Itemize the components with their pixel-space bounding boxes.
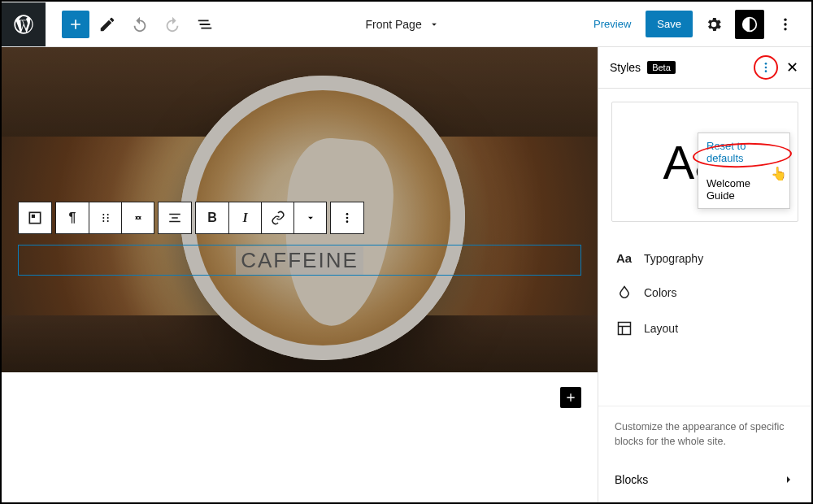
styles-sidebar: Styles Beta ✕ Aa Reset to defaults Welco… (598, 47, 811, 502)
sidebar-footer-text: Customize the appearance of specific blo… (598, 406, 811, 462)
plus-icon (67, 16, 84, 33)
heading-text[interactable]: CAFFEINE (236, 246, 363, 275)
close-sidebar-button[interactable]: ✕ (783, 55, 802, 80)
styles-toggle-button[interactable] (735, 10, 764, 39)
colors-section[interactable]: Colors (598, 275, 811, 311)
pencil-icon (98, 15, 116, 33)
cursor-pointer-icon: 👆 (771, 166, 787, 181)
editor-canvas[interactable]: ¶ B I CAFFEINE (2, 47, 598, 502)
svg-point-11 (107, 220, 108, 222)
redo-icon (163, 15, 181, 33)
bold-button[interactable]: B (196, 202, 228, 233)
layout-section[interactable]: Layout (598, 311, 811, 346)
chevron-down-icon (428, 19, 440, 30)
preview-link[interactable]: Preview (585, 13, 639, 35)
append-block-button[interactable] (560, 387, 581, 408)
kebab-icon (777, 16, 793, 33)
toolbar-left (46, 10, 220, 39)
chevron-down-icon (305, 212, 316, 224)
list-view-button[interactable] (190, 10, 220, 39)
italic-button[interactable]: I (228, 202, 261, 233)
svg-rect-5 (32, 215, 35, 218)
sidebar-header: Styles Beta ✕ (598, 47, 811, 89)
gear-icon (705, 15, 723, 33)
svg-point-10 (102, 220, 104, 222)
align-icon (167, 211, 182, 225)
toolbar-right: Preview Save (585, 10, 811, 39)
block-toolbar: ¶ B I (18, 202, 364, 234)
save-button[interactable]: Save (646, 11, 693, 37)
edit-tool-button[interactable] (93, 10, 122, 39)
paragraph-button[interactable]: ¶ (56, 202, 89, 233)
svg-point-2 (784, 23, 786, 25)
layout-icon (616, 320, 633, 337)
page-title-text: Front Page (365, 18, 421, 31)
drop-icon (616, 285, 633, 301)
svg-point-7 (107, 214, 108, 215)
top-toolbar: Front Page Preview Save (2, 2, 811, 47)
wordpress-icon (12, 13, 35, 36)
link-button[interactable] (261, 202, 293, 233)
move-icon (132, 211, 145, 224)
block-type-button[interactable] (19, 202, 51, 233)
heading-block-selected[interactable]: CAFFEINE (18, 245, 581, 276)
cover-block[interactable]: ¶ B I CAFFEINE (2, 47, 598, 372)
svg-point-1 (784, 18, 786, 20)
beta-badge: Beta (647, 61, 676, 74)
chevron-right-icon (782, 473, 795, 486)
wordpress-logo[interactable] (2, 2, 46, 46)
typography-icon: Aa (616, 251, 633, 265)
add-block-button[interactable] (62, 11, 89, 38)
kebab-icon (341, 211, 354, 224)
block-options-button[interactable] (331, 202, 363, 233)
undo-icon (131, 15, 149, 33)
svg-point-3 (784, 28, 786, 30)
redo-button[interactable] (158, 10, 187, 39)
plus-icon (564, 391, 577, 404)
svg-point-13 (346, 217, 349, 219)
svg-point-8 (102, 217, 104, 219)
contrast-icon (741, 16, 758, 33)
styles-sections: Aa Typography Colors Layout (598, 235, 811, 353)
styles-more-button[interactable] (754, 55, 778, 80)
more-options-button[interactable] (771, 10, 800, 39)
link-icon (271, 211, 285, 225)
kebab-icon (759, 61, 772, 74)
typography-section[interactable]: Aa Typography (598, 241, 811, 275)
svg-point-12 (346, 213, 349, 215)
svg-point-16 (765, 67, 767, 69)
drag-handle[interactable] (89, 202, 121, 233)
drag-icon (99, 211, 112, 224)
blocks-section[interactable]: Blocks (598, 462, 811, 502)
align-button[interactable] (159, 202, 191, 233)
svg-point-9 (107, 217, 108, 219)
move-button[interactable] (121, 202, 154, 233)
settings-button[interactable] (699, 10, 728, 39)
sidebar-title: Styles (610, 61, 641, 74)
document-title[interactable]: Front Page (220, 18, 585, 31)
svg-rect-18 (619, 323, 631, 335)
undo-button[interactable] (125, 10, 154, 39)
svg-point-6 (102, 214, 104, 215)
more-formatting-button[interactable] (293, 202, 326, 233)
list-view-icon (196, 15, 214, 33)
heading-block-icon (27, 210, 43, 226)
svg-point-17 (765, 70, 767, 72)
svg-point-15 (765, 63, 767, 65)
svg-point-14 (346, 220, 349, 223)
